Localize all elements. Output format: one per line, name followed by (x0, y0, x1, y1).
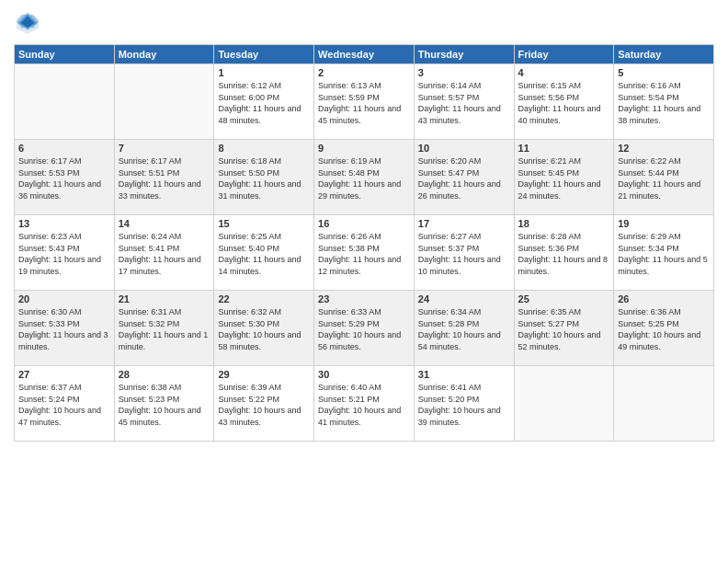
cell-content: Sunset: 5:53 PM (18, 167, 110, 179)
cell-content: Sunrise: 6:29 AM (618, 231, 710, 243)
cell-content: Sunset: 5:29 PM (318, 318, 410, 330)
calendar-cell: 10Sunrise: 6:20 AMSunset: 5:47 PMDayligh… (414, 140, 514, 215)
page: SundayMondayTuesdayWednesdayThursdayFrid… (0, 0, 728, 563)
cell-content: Sunrise: 6:17 AM (119, 155, 210, 167)
day-number: 25 (518, 293, 610, 304)
cell-content: Sunrise: 6:37 AM (18, 382, 110, 394)
calendar-cell: 4Sunrise: 6:15 AMSunset: 5:56 PMDaylight… (514, 64, 614, 140)
cell-content: Sunset: 5:34 PM (618, 243, 710, 255)
cell-content: Daylight: 11 hours and 3 minutes. (18, 329, 110, 352)
day-number: 6 (18, 143, 110, 154)
calendar-cell: 21Sunrise: 6:31 AMSunset: 5:32 PMDayligh… (114, 291, 214, 366)
cell-content: Sunrise: 6:19 AM (318, 155, 410, 167)
calendar-week-row: 1Sunrise: 6:12 AMSunset: 6:00 PMDaylight… (15, 64, 714, 140)
calendar-cell: 8Sunrise: 6:18 AMSunset: 5:50 PMDaylight… (214, 140, 314, 215)
day-number: 22 (218, 293, 310, 304)
day-number: 2 (318, 67, 410, 78)
cell-content: Sunset: 5:28 PM (418, 318, 510, 330)
cell-content: Sunrise: 6:14 AM (418, 80, 510, 92)
day-number: 21 (119, 293, 210, 304)
calendar-cell: 31Sunrise: 6:41 AMSunset: 5:20 PMDayligh… (414, 366, 514, 442)
day-number: 8 (218, 143, 310, 154)
cell-content: Sunrise: 6:22 AM (618, 155, 710, 167)
cell-content: Daylight: 11 hours and 12 minutes. (318, 254, 410, 277)
calendar-cell: 9Sunrise: 6:19 AMSunset: 5:48 PMDaylight… (314, 140, 415, 215)
cell-content: Daylight: 11 hours and 8 minutes. (518, 254, 610, 277)
cell-content: Daylight: 11 hours and 43 minutes. (418, 103, 510, 126)
cell-content: Sunset: 5:48 PM (318, 167, 410, 179)
day-number: 17 (418, 218, 510, 229)
cell-content: Sunset: 5:54 PM (618, 92, 710, 104)
cell-content: Sunset: 5:24 PM (18, 394, 110, 406)
calendar-cell: 20Sunrise: 6:30 AMSunset: 5:33 PMDayligh… (15, 291, 115, 366)
cell-content: Daylight: 10 hours and 58 minutes. (218, 329, 310, 352)
header (14, 9, 714, 37)
calendar-cell: 15Sunrise: 6:25 AMSunset: 5:40 PMDayligh… (214, 215, 314, 291)
calendar-cell: 26Sunrise: 6:36 AMSunset: 5:25 PMDayligh… (614, 291, 714, 366)
cell-content: Daylight: 10 hours and 52 minutes. (518, 329, 610, 352)
cell-content: Sunset: 5:33 PM (18, 318, 110, 330)
cell-content: Daylight: 10 hours and 54 minutes. (418, 329, 510, 352)
day-number: 16 (318, 218, 410, 229)
cell-content: Sunrise: 6:16 AM (618, 80, 710, 92)
cell-content: Sunrise: 6:32 AM (218, 306, 310, 318)
cell-content: Sunset: 5:27 PM (518, 318, 610, 330)
calendar-week-row: 13Sunrise: 6:23 AMSunset: 5:43 PMDayligh… (15, 215, 714, 291)
cell-content: Sunrise: 6:40 AM (318, 382, 410, 394)
day-number: 12 (618, 143, 710, 154)
day-number: 13 (18, 218, 110, 229)
cell-content: Sunrise: 6:27 AM (418, 231, 510, 243)
cell-content: Daylight: 10 hours and 43 minutes. (218, 405, 310, 428)
calendar-cell: 6Sunrise: 6:17 AMSunset: 5:53 PMDaylight… (15, 140, 115, 215)
calendar-cell: 13Sunrise: 6:23 AMSunset: 5:43 PMDayligh… (15, 215, 115, 291)
calendar-cell: 2Sunrise: 6:13 AMSunset: 5:59 PMDaylight… (314, 64, 415, 140)
cell-content: Sunset: 5:40 PM (218, 243, 310, 255)
day-number: 20 (18, 293, 110, 304)
calendar-cell: 5Sunrise: 6:16 AMSunset: 5:54 PMDaylight… (614, 64, 714, 140)
cell-content: Sunset: 5:45 PM (518, 167, 610, 179)
logo-icon (14, 9, 41, 37)
calendar-cell: 27Sunrise: 6:37 AMSunset: 5:24 PMDayligh… (15, 366, 115, 442)
cell-content: Daylight: 11 hours and 14 minutes. (218, 254, 310, 277)
cell-content: Sunrise: 6:25 AM (218, 231, 310, 243)
cell-content: Sunset: 5:32 PM (119, 318, 210, 330)
calendar-cell: 11Sunrise: 6:21 AMSunset: 5:45 PMDayligh… (514, 140, 614, 215)
cell-content: Sunset: 5:51 PM (119, 167, 210, 179)
day-number: 24 (418, 293, 510, 304)
day-number: 29 (218, 369, 310, 380)
cell-content: Daylight: 11 hours and 19 minutes. (18, 254, 110, 277)
cell-content: Daylight: 11 hours and 26 minutes. (418, 178, 510, 201)
cell-content: Sunrise: 6:21 AM (518, 155, 610, 167)
cell-content: Sunset: 5:23 PM (119, 394, 210, 406)
calendar-cell: 25Sunrise: 6:35 AMSunset: 5:27 PMDayligh… (514, 291, 614, 366)
cell-content: Sunset: 5:44 PM (618, 167, 710, 179)
cell-content: Sunset: 6:00 PM (218, 92, 310, 104)
cell-content: Sunrise: 6:12 AM (218, 80, 310, 92)
cell-content: Sunset: 5:36 PM (518, 243, 610, 255)
day-number: 1 (218, 67, 310, 78)
cell-content: Sunrise: 6:18 AM (218, 155, 310, 167)
day-number: 9 (318, 143, 410, 154)
cell-content: Daylight: 11 hours and 45 minutes. (318, 103, 410, 126)
day-number: 10 (418, 143, 510, 154)
cell-content: Daylight: 11 hours and 33 minutes. (119, 178, 210, 201)
cell-content: Daylight: 11 hours and 40 minutes. (518, 103, 610, 126)
cell-content: Daylight: 11 hours and 38 minutes. (618, 103, 710, 126)
cell-content: Sunset: 5:56 PM (518, 92, 610, 104)
calendar-cell: 24Sunrise: 6:34 AMSunset: 5:28 PMDayligh… (414, 291, 514, 366)
calendar-cell (614, 366, 714, 442)
calendar-header-wednesday: Wednesday (314, 45, 415, 64)
cell-content: Daylight: 11 hours and 10 minutes. (418, 254, 510, 277)
cell-content: Sunrise: 6:13 AM (318, 80, 410, 92)
day-number: 18 (518, 218, 610, 229)
calendar-header-thursday: Thursday (414, 45, 514, 64)
calendar-cell (15, 64, 115, 140)
cell-content: Sunrise: 6:15 AM (518, 80, 610, 92)
day-number: 26 (618, 293, 710, 304)
cell-content: Sunset: 5:41 PM (119, 243, 210, 255)
cell-content: Sunrise: 6:24 AM (119, 231, 210, 243)
cell-content: Daylight: 11 hours and 21 minutes. (618, 178, 710, 201)
day-number: 11 (518, 143, 610, 154)
cell-content: Sunset: 5:57 PM (418, 92, 510, 104)
cell-content: Daylight: 10 hours and 45 minutes. (119, 405, 210, 428)
